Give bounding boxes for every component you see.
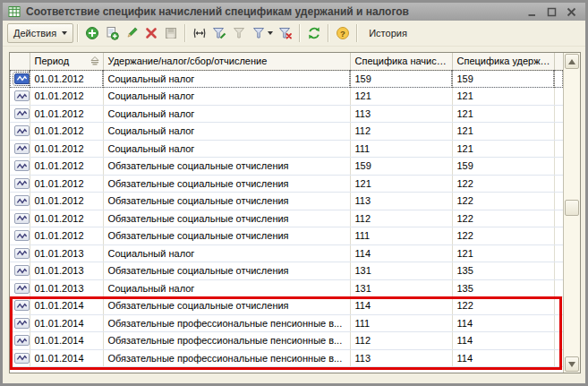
column-header-spec-accrual[interactable]: Специфика начисле... <box>350 53 452 70</box>
cell-record-icon[interactable] <box>10 349 30 367</box>
cell-spec-accrual[interactable]: 111 <box>350 140 452 158</box>
cell-spec-deduction[interactable]: 121 <box>452 140 554 158</box>
cell-spec-accrual[interactable]: 114 <box>350 297 452 315</box>
cell-kind[interactable]: Социальный налог <box>103 123 350 141</box>
cell-kind[interactable]: Социальный налог <box>103 244 350 262</box>
table-row[interactable]: 01.01.2014 Обязательные профессиональные… <box>10 332 563 350</box>
cell-spec-deduction[interactable]: 135 <box>452 279 554 297</box>
cell-spec-accrual[interactable]: 159 <box>350 70 452 88</box>
set-date-interval-button[interactable] <box>190 23 209 43</box>
cell-record-icon[interactable] <box>10 297 30 315</box>
table-row[interactable]: 01.01.2014 Обязательные профессиональные… <box>10 314 563 332</box>
table-row[interactable]: 01.01.2012 Социальный налог 121 121 <box>10 88 563 106</box>
cell-period[interactable]: 01.01.2013 <box>30 279 103 297</box>
cell-period[interactable]: 01.01.2012 <box>30 210 103 227</box>
table-row[interactable]: 01.01.2013 Социальный налог 131 135 <box>10 279 563 297</box>
cell-period[interactable]: 01.01.2012 <box>30 158 103 176</box>
cell-period[interactable]: 01.01.2012 <box>30 70 103 88</box>
cell-spec-accrual[interactable]: 112 <box>350 123 452 141</box>
cell-record-icon[interactable] <box>10 123 30 141</box>
cell-spec-accrual[interactable]: 121 <box>350 175 452 193</box>
cell-record-icon[interactable] <box>10 175 30 193</box>
cell-record-icon[interactable] <box>10 244 30 262</box>
cell-period[interactable]: 01.01.2013 <box>30 244 103 262</box>
table-row[interactable]: 01.01.2012 Обязательные социальные отчис… <box>10 210 563 227</box>
cell-period[interactable]: 01.01.2012 <box>30 88 103 106</box>
cell-kind[interactable]: Социальный налог <box>103 105 350 123</box>
cell-spec-deduction[interactable]: 122 <box>452 175 554 193</box>
table-row[interactable]: 01.01.2012 Обязательные социальные отчис… <box>10 227 563 245</box>
cell-period[interactable]: 01.01.2012 <box>30 140 103 158</box>
refresh-button[interactable] <box>304 23 324 43</box>
scroll-down-button[interactable] <box>565 356 579 372</box>
cell-kind[interactable]: Обязательные социальные отчисления <box>103 158 350 176</box>
cell-period[interactable]: 01.01.2013 <box>30 262 103 280</box>
maximize-button[interactable] <box>546 6 557 17</box>
cell-kind[interactable]: Социальный налог <box>103 279 350 297</box>
cell-spec-accrual[interactable]: 112 <box>350 210 452 227</box>
cell-record-icon[interactable] <box>10 262 30 280</box>
cell-spec-accrual[interactable]: 131 <box>350 262 452 280</box>
cell-kind[interactable]: Обязательные профессиональные пенсионные… <box>103 314 350 332</box>
cell-kind[interactable]: Обязательные социальные отчисления <box>103 210 350 227</box>
cell-spec-deduction[interactable]: 121 <box>452 105 554 123</box>
cell-spec-deduction[interactable]: 135 <box>452 262 554 280</box>
cell-spec-deduction[interactable]: 159 <box>452 70 554 88</box>
table-row[interactable]: 01.01.2012 Обязательные социальные отчис… <box>10 175 563 193</box>
cell-period[interactable]: 01.01.2014 <box>30 314 103 332</box>
cell-spec-deduction[interactable]: 114 <box>452 332 554 350</box>
cell-period[interactable]: 01.01.2012 <box>30 123 103 141</box>
delete-button[interactable] <box>141 23 161 43</box>
add-button[interactable] <box>82 23 102 43</box>
minimize-button[interactable] <box>526 6 537 17</box>
cell-spec-accrual[interactable]: 113 <box>350 105 452 123</box>
cell-kind[interactable]: Социальный налог <box>103 88 350 106</box>
cell-spec-deduction[interactable]: 114 <box>452 349 554 367</box>
cell-record-icon[interactable] <box>10 210 30 227</box>
table-row[interactable]: 01.01.2012 Социальный налог 112 121 <box>10 123 563 141</box>
filter-history-button[interactable] <box>249 23 276 43</box>
table-row[interactable]: 01.01.2013 Социальный налог 114 121 <box>10 244 563 262</box>
scroll-up-button[interactable] <box>565 54 579 69</box>
cell-spec-deduction[interactable]: 159 <box>452 158 554 176</box>
cell-period[interactable]: 01.01.2012 <box>30 105 103 123</box>
close-button[interactable] <box>566 6 576 17</box>
table-row[interactable]: 01.01.2014 Обязательные профессиональные… <box>10 349 563 367</box>
cell-kind[interactable]: Обязательные профессиональные пенсионные… <box>103 332 350 350</box>
cell-spec-deduction[interactable]: 114 <box>452 314 554 332</box>
cell-record-icon[interactable] <box>10 88 30 106</box>
cell-period[interactable]: 01.01.2012 <box>30 193 103 210</box>
vertical-scrollbar[interactable] <box>563 53 580 373</box>
cell-spec-deduction[interactable]: 122 <box>452 193 554 210</box>
table-row[interactable]: 01.01.2012 Социальный налог 159 159 <box>10 70 563 88</box>
scrollbar-thumb[interactable] <box>565 200 579 216</box>
cell-record-icon[interactable] <box>10 227 30 245</box>
column-header-icon[interactable] <box>10 53 30 70</box>
column-header-spec-deduction[interactable]: Специфика удержан... <box>452 53 554 70</box>
column-header-kind[interactable]: Удержание/налог/сбор/отчисление <box>103 53 350 70</box>
cell-record-icon[interactable] <box>10 279 30 297</box>
cell-spec-accrual[interactable]: 121 <box>350 88 452 106</box>
cell-spec-deduction[interactable]: 122 <box>452 227 554 245</box>
cell-spec-deduction[interactable]: 121 <box>452 88 554 106</box>
cell-kind[interactable]: Обязательные социальные отчисления <box>103 193 350 210</box>
column-header-period[interactable]: Период <box>30 53 103 70</box>
cell-kind[interactable]: Социальный налог <box>103 140 350 158</box>
table-row[interactable]: 01.01.2012 Обязательные социальные отчис… <box>10 158 563 176</box>
cell-record-icon[interactable] <box>10 332 30 350</box>
filter-and-sort-button[interactable] <box>209 23 229 43</box>
cell-spec-deduction[interactable]: 122 <box>452 210 554 227</box>
cell-period[interactable]: 01.01.2012 <box>30 227 103 245</box>
history-button[interactable]: История <box>362 23 414 43</box>
cell-spec-deduction[interactable]: 122 <box>452 297 554 315</box>
cell-spec-accrual[interactable]: 112 <box>350 332 452 350</box>
actions-menu-button[interactable]: Действия <box>7 23 73 43</box>
cell-spec-accrual[interactable]: 159 <box>350 158 452 176</box>
help-button[interactable]: ? <box>333 23 353 43</box>
cell-period[interactable]: 01.01.2014 <box>30 349 103 367</box>
cell-spec-accrual[interactable]: 111 <box>350 314 452 332</box>
cell-record-icon[interactable] <box>10 105 30 123</box>
cell-spec-deduction[interactable]: 121 <box>452 123 554 141</box>
add-copy-button[interactable] <box>102 23 122 43</box>
table-row[interactable]: 01.01.2012 Социальный налог 113 121 <box>10 105 563 123</box>
